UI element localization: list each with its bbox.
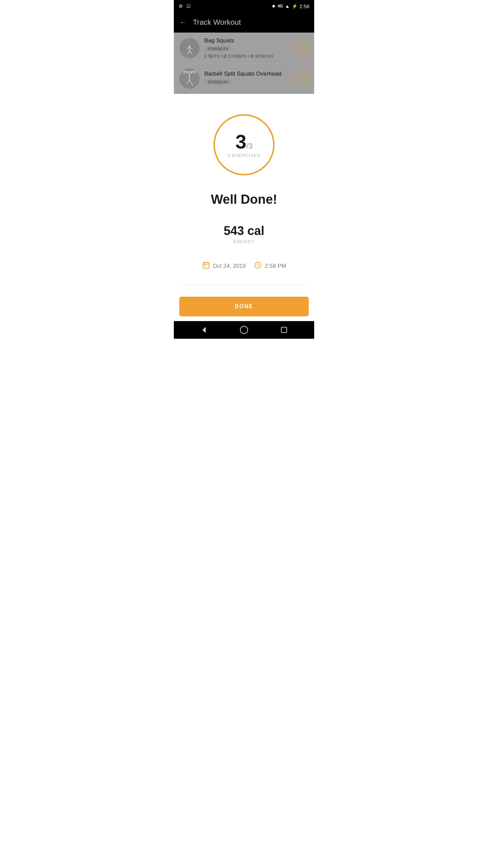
exercise-avatar-1 [179, 38, 200, 58]
datetime-row: Oct 24, 2019 2:58 PM [202, 261, 286, 271]
date-item: Oct 24, 2019 [202, 261, 246, 271]
exercise-tag-2: STRENGTH [204, 79, 232, 85]
progress-circle-inner: 3 /3 3 EXERCISES [228, 132, 260, 158]
bottom-nav [174, 321, 314, 339]
exercise-tag-1: STRENGTH [204, 46, 232, 52]
settings-icon: ⚙ [179, 3, 183, 9]
exercise-avatar-2 [179, 68, 200, 89]
battery-icon: ⚡ [292, 3, 298, 9]
status-bar-left: ⚙ ☑ [179, 3, 191, 9]
main-content: 3 /3 3 EXERCISES Well Done! 543 cal ENER… [174, 94, 314, 292]
calendar-icon [202, 261, 210, 271]
status-bar-right: ✱ 4G ▲ ⚡ 2:58 [272, 3, 309, 9]
exercise-list: Bag Squats STRENGTH 2 SETS • Ø 13 REPS •… [174, 33, 314, 94]
back-button[interactable]: ← [179, 18, 187, 27]
nav-home-button[interactable] [237, 323, 251, 337]
signal-icon: ▲ [285, 3, 290, 9]
network-icon: 4G [278, 4, 283, 8]
energy-section: 543 cal ENERGY [224, 224, 264, 244]
energy-value: 543 cal [224, 224, 264, 238]
page-title: Track Workout [193, 18, 241, 27]
exercise-info-1: Bag Squats STRENGTH 2 SETS • Ø 13 REPS •… [204, 37, 294, 59]
svg-point-1 [187, 41, 191, 45]
clipboard-icon: ☑ [186, 3, 191, 9]
progress-label: 3 EXERCISES [228, 153, 260, 158]
svg-line-5 [187, 51, 189, 54]
time-item: 2:58 PM [254, 261, 286, 271]
exercise-info-2: Barbell Split Squats Overhead STRENGTH [204, 71, 294, 87]
status-bar: ⚙ ☑ ✱ 4G ▲ ⚡ 2:58 [174, 0, 314, 12]
svg-line-6 [189, 51, 192, 54]
clock-icon [254, 261, 262, 271]
exercise-check-1[interactable]: ✓ [294, 41, 309, 55]
progress-circle: 3 /3 3 EXERCISES [210, 111, 278, 179]
svg-rect-19 [203, 262, 209, 268]
energy-label: ENERGY [224, 239, 264, 244]
progress-current: 3 [236, 132, 246, 152]
svg-rect-23 [204, 265, 206, 266]
svg-line-16 [189, 80, 193, 85]
divider [181, 285, 307, 285]
exercise-name-1: Bag Squats [204, 37, 294, 44]
exercise-stats-1: 2 SETS • Ø 13 REPS • Ø 18.50 KG [204, 54, 294, 59]
done-button-container: DONE [174, 292, 314, 321]
svg-point-28 [240, 326, 248, 334]
time-text: 2:58 PM [265, 263, 286, 270]
svg-marker-27 [202, 327, 206, 333]
exercise-check-2[interactable]: ✓ [294, 72, 309, 86]
svg-line-26 [258, 265, 259, 266]
svg-rect-29 [281, 327, 287, 333]
exercise-name-2: Barbell Split Squats Overhead [204, 71, 294, 77]
nav-recents-button[interactable] [277, 323, 291, 337]
nav-bar: ← Track Workout [174, 12, 314, 33]
done-button[interactable]: DONE [179, 297, 309, 316]
progress-total: /3 [246, 142, 252, 150]
status-time: 2:58 [300, 3, 309, 9]
well-done-heading: Well Done! [211, 192, 277, 207]
exercise-item-barbell[interactable]: Barbell Split Squats Overhead STRENGTH ✓ [174, 64, 314, 94]
date-text: Oct 24, 2019 [213, 263, 246, 270]
svg-line-15 [187, 80, 189, 84]
nav-back-button[interactable] [197, 323, 211, 337]
exercise-item-bag-squats[interactable]: Bag Squats STRENGTH 2 SETS • Ø 13 REPS •… [174, 33, 314, 64]
bluetooth-icon: ✱ [272, 4, 276, 9]
